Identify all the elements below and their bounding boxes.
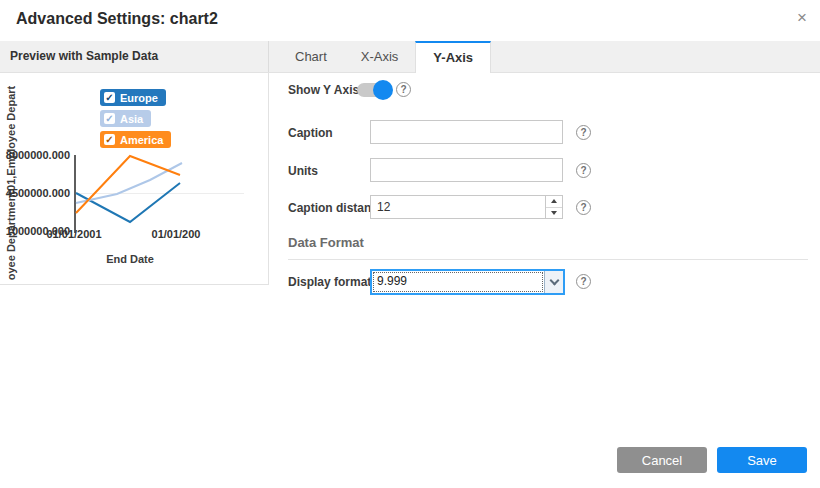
toggle-knob [373,80,393,100]
stepper-up-icon[interactable] [546,196,562,208]
tab-bar: ChartX-AxisY-Axis [270,41,820,73]
cancel-button[interactable]: Cancel [617,447,707,473]
units-label: Units [288,164,318,178]
tab-chart[interactable]: Chart [278,41,344,73]
help-icon[interactable]: ? [576,200,591,215]
display-format-value: 9.999 [372,271,544,293]
display-format-select[interactable]: 9.999 [370,269,565,295]
x-tick-label: 01/01/2001 [30,228,118,240]
show-y-axis-label: Show Y Axis [288,83,359,97]
advanced-settings-dialog: Advanced Settings: chart2 × Preview with… [0,0,820,488]
preview-header: Preview with Sample Data [0,41,269,72]
help-icon[interactable]: ? [576,274,591,289]
x-axis-title: End Date [70,253,190,265]
caption-label: Caption [288,126,333,140]
help-icon[interactable]: ? [576,125,591,140]
show-y-axis-toggle[interactable] [357,83,391,97]
dropdown-button[interactable] [544,271,563,293]
dialog-title: Advanced Settings: chart2 [16,10,218,28]
y-axis-settings-form: Show Y Axis ? Caption ? Units ? Caption … [270,73,820,488]
header-band: Preview with Sample Data ChartX-AxisY-Ax… [0,41,820,73]
data-format-section-header: Data Format [288,235,364,250]
help-icon[interactable]: ? [576,163,591,178]
save-button[interactable]: Save [717,447,807,473]
preview-panel: oyee Department01,Employee Depart ✓Europ… [0,73,269,285]
stepper-down-icon[interactable] [546,208,562,219]
x-tick-label: 01/01/200 [138,228,214,240]
tab-y-axis[interactable]: Y-Axis [415,41,491,73]
chevron-down-icon [549,275,559,285]
caption-distance-stepper [545,196,562,218]
close-icon[interactable]: × [797,8,807,28]
title-bar: Advanced Settings: chart2 × [0,0,820,41]
display-format-label: Display format [288,275,371,289]
caption-distance-input[interactable] [370,195,563,219]
section-divider [288,259,808,260]
units-input[interactable] [370,158,563,182]
caption-input[interactable] [370,120,563,144]
tab-x-axis[interactable]: X-Axis [344,41,416,73]
help-icon[interactable]: ? [396,82,411,97]
series-line-america [76,156,180,213]
